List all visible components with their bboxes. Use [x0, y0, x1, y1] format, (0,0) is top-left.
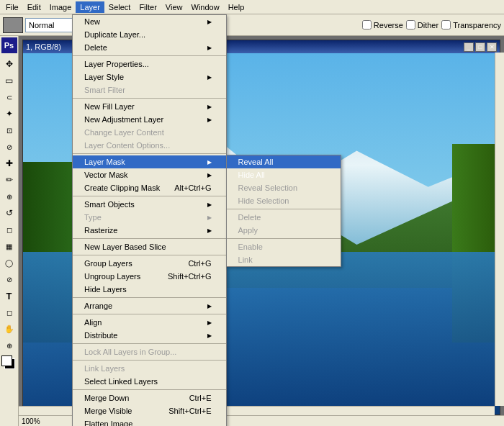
menu-vector-mask[interactable]: Vector Mask ▶	[73, 168, 226, 181]
menu-distribute[interactable]: Distribute ▶	[73, 329, 226, 342]
menu-link-layers: Link Layers	[73, 362, 226, 375]
menu-new-fill-layer[interactable]: New Fill Layer ▶	[73, 100, 226, 113]
separator	[73, 55, 226, 56]
menu-change-content: Change Layer Content	[73, 126, 226, 139]
menu-hide-all[interactable]: Hide All	[227, 168, 341, 181]
menu-create-clipping-mask[interactable]: Create Clipping Mask Alt+Ctrl+G	[73, 181, 226, 194]
menu-type: Type ▶	[73, 211, 226, 224]
menu-arrange[interactable]: Arrange ▶	[73, 299, 226, 312]
separator	[227, 238, 341, 239]
separator	[73, 98, 226, 99]
tool-zoom[interactable]: ⊕	[1, 337, 17, 353]
menu-layer[interactable]: Layer	[76, 1, 104, 13]
transparency-label: Transparency	[453, 21, 501, 30]
tool-magic-wand[interactable]: ✦	[1, 106, 17, 122]
menu-rasterize[interactable]: Rasterize ▶	[73, 224, 226, 237]
canvas-maximize[interactable]: □	[475, 42, 485, 52]
menu-select[interactable]: Select	[104, 1, 135, 13]
menu-group-layers[interactable]: Group Layers Ctrl+G	[73, 257, 226, 270]
separator	[73, 343, 226, 344]
tool-clone[interactable]: ⊕	[1, 189, 17, 204]
tool-hand[interactable]: ✋	[1, 321, 17, 337]
menu-edit[interactable]: Edit	[23, 1, 45, 13]
separator	[73, 297, 226, 298]
tool-text[interactable]: T	[1, 288, 17, 304]
menu-ungroup-layers[interactable]: Ungroup Layers Shift+Ctrl+G	[73, 270, 226, 283]
separator	[227, 209, 341, 209]
layer-menu: New ▶ Duplicate Layer... Delete ▶ Layer …	[72, 14, 227, 426]
menu-merge-visible[interactable]: Merge Visible Shift+Ctrl+E	[73, 404, 226, 417]
menu-hide-layers[interactable]: Hide Layers	[73, 283, 226, 296]
tool-marquee[interactable]: ▭	[1, 73, 17, 89]
transparency-checkbox[interactable]	[441, 20, 451, 30]
arrow-icon: ▶	[207, 214, 212, 221]
arrow-icon: ▶	[207, 303, 212, 309]
tool-selection[interactable]: ◻	[1, 304, 17, 320]
tools-panel: Ps ✥ ▭ ⊂ ✦ ⊡ ⊘ ✚ ✏ ⊕ ↺ ◻ ▦ ◯ ⊘ T ◻ ✋ ⊕	[0, 36, 19, 426]
separator	[73, 360, 226, 361]
arrow-icon: ▶	[207, 227, 212, 234]
menu-layer-duplicate[interactable]: Duplicate Layer...	[73, 28, 226, 41]
menu-mask-delete: Delete	[227, 211, 341, 224]
menu-merge-down[interactable]: Merge Down Ctrl+E	[73, 391, 226, 404]
arrow-icon: ▶	[207, 320, 212, 326]
separator	[73, 153, 226, 154]
shortcut-group: Ctrl+G	[188, 259, 211, 268]
menu-help[interactable]: Help	[224, 1, 249, 13]
shortcut-merge-visible: Shift+Ctrl+E	[168, 407, 211, 415]
tool-slice[interactable]: ⊘	[1, 139, 17, 155]
menu-image[interactable]: Image	[45, 1, 76, 13]
menu-layer-mask[interactable]: Layer Mask ▶ Reveal All Hide All Reveal …	[73, 155, 226, 168]
canvas-controls: _ □ ✕	[464, 42, 497, 52]
menu-layer-properties[interactable]: Layer Properties...	[73, 58, 226, 71]
menu-layer-delete[interactable]: Delete ▶	[73, 41, 226, 54]
tool-healing[interactable]: ✚	[1, 155, 17, 171]
tool-eraser[interactable]: ◻	[1, 222, 17, 237]
tool-crop[interactable]: ⊡	[1, 122, 17, 138]
transparency-group: Transparency	[441, 20, 501, 30]
menu-flatten-image[interactable]: Flatten Image	[73, 417, 226, 426]
arrow-icon: ▶	[207, 117, 212, 123]
dither-checkbox[interactable]	[406, 20, 415, 30]
canvas-minimize[interactable]: _	[464, 42, 474, 52]
separator	[73, 196, 226, 196]
menu-layer-style[interactable]: Layer Style ▶	[73, 71, 226, 83]
menu-smart-filter: Smart Filter	[73, 83, 226, 96]
zoom-level: 100%	[22, 417, 40, 425]
menu-new-adjustment[interactable]: New Adjustment Layer ▶	[73, 113, 226, 126]
arrow-icon: ▶	[207, 45, 212, 51]
menu-filter[interactable]: Filter	[135, 1, 161, 13]
menu-mask-apply: Apply	[227, 224, 341, 237]
menu-align[interactable]: Align ▶	[73, 316, 226, 329]
shortcut-clipping: Alt+Ctrl+G	[174, 183, 211, 192]
arrow-icon: ▶	[207, 159, 212, 166]
menu-window[interactable]: Window	[187, 1, 224, 13]
dither-label: Dither	[418, 21, 438, 30]
menu-smart-objects[interactable]: Smart Objects ▶	[73, 198, 226, 211]
canvas-scroll-v[interactable]	[495, 53, 504, 406]
menu-layer-new[interactable]: New ▶	[73, 15, 226, 28]
menu-select-linked-layers[interactable]: Select Linked Layers	[73, 375, 226, 388]
menu-reveal-all[interactable]: Reveal All	[227, 155, 341, 168]
menu-file[interactable]: File	[1, 1, 23, 13]
tool-history[interactable]: ↺	[1, 205, 17, 221]
tool-move[interactable]: ✥	[1, 56, 17, 72]
separator	[73, 255, 226, 255]
separator	[73, 314, 226, 314]
toolbar-layer-thumb	[3, 17, 23, 33]
reverse-checkbox[interactable]	[362, 20, 372, 30]
canvas-close[interactable]: ✕	[487, 42, 497, 52]
fg-bg-colors[interactable]	[1, 355, 17, 371]
tool-brush[interactable]: ✏	[1, 172, 17, 188]
shortcut-merge-down: Ctrl+E	[189, 394, 212, 402]
tool-dodge[interactable]: ◯	[1, 255, 17, 271]
ps-logo: Ps	[1, 37, 17, 53]
tool-pen[interactable]: ⊘	[1, 271, 17, 287]
menu-new-layer-based-slice[interactable]: New Layer Based Slice	[73, 240, 226, 253]
menu-reveal-selection: Reveal Selection	[227, 181, 341, 194]
layer-mask-submenu: Reveal All Hide All Reveal Selection Hid…	[226, 155, 341, 267]
menu-view[interactable]: View	[161, 1, 187, 13]
tool-lasso[interactable]: ⊂	[1, 89, 17, 105]
toolbar-mode-group: Normal	[3, 17, 83, 33]
tool-gradient[interactable]: ▦	[1, 238, 17, 254]
